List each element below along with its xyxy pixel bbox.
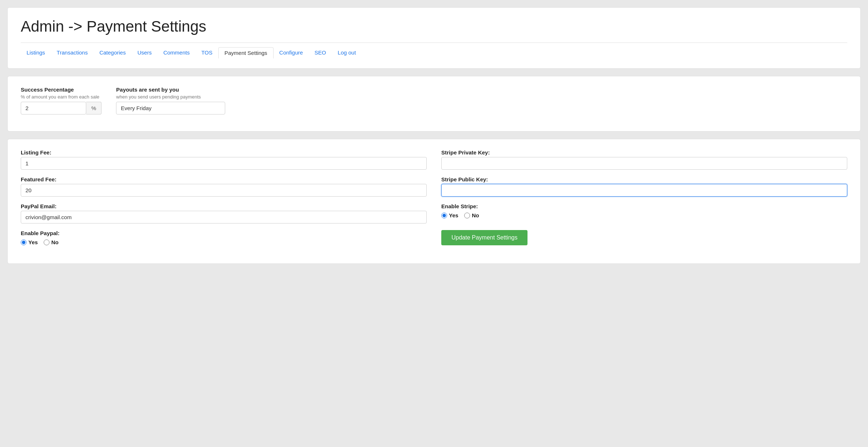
tab-payment-settings[interactable]: Payment Settings (218, 47, 274, 59)
percent-suffix: % (86, 102, 101, 114)
listing-fee-label: Listing Fee: (21, 149, 427, 156)
payouts-label: Payouts are sent by you (116, 86, 225, 93)
listing-fee-group: Listing Fee: (21, 149, 427, 170)
section-fees-keys: Listing Fee: Featured Fee: PayPal Email:… (7, 139, 861, 264)
enable-paypal-radio-group: Yes No (21, 239, 427, 247)
tab-seo[interactable]: SEO (309, 47, 332, 58)
paypal-email-label: PayPal Email: (21, 203, 427, 209)
enable-stripe-no-radio[interactable] (464, 213, 470, 218)
payouts-sublabel: when you send users pending payments (116, 94, 225, 100)
nav-tabs: Listings Transactions Categories Users C… (21, 43, 847, 58)
right-column: Stripe Private Key: Stripe Public Key: E… (441, 149, 847, 253)
featured-fee-label: Featured Fee: (21, 176, 427, 182)
listing-fee-input[interactable] (21, 157, 427, 170)
enable-stripe-yes-option[interactable]: Yes (441, 212, 458, 218)
enable-stripe-group: Enable Stripe: Yes No (441, 203, 847, 220)
enable-paypal-yes-radio[interactable] (21, 239, 27, 245)
page-title: Admin -> Payment Settings (21, 18, 847, 35)
tab-configure[interactable]: Configure (274, 47, 309, 58)
paypal-email-input[interactable] (21, 211, 427, 224)
success-percentage-input[interactable] (21, 102, 86, 114)
tab-transactions[interactable]: Transactions (51, 47, 93, 58)
enable-stripe-label: Enable Stripe: (441, 203, 847, 209)
tab-users[interactable]: Users (132, 47, 158, 58)
enable-stripe-no-option[interactable]: No (464, 212, 479, 218)
enable-stripe-yes-label: Yes (449, 212, 458, 218)
section-payouts: Success Percentage % of amount you earn … (7, 76, 861, 132)
tab-tos[interactable]: TOS (195, 47, 218, 58)
payouts-group: Payouts are sent by you when you send us… (116, 86, 225, 114)
tab-logout[interactable]: Log out (332, 47, 362, 58)
success-percentage-label: Success Percentage (21, 86, 101, 93)
stripe-private-key-input[interactable] (441, 157, 847, 170)
enable-paypal-no-option[interactable]: No (44, 239, 59, 245)
success-percentage-sublabel: % of amount you earn from each sale (21, 94, 101, 100)
enable-stripe-no-label: No (472, 212, 479, 218)
featured-fee-input[interactable] (21, 184, 427, 197)
success-percentage-input-wrapper: % (21, 102, 101, 114)
enable-stripe-radio-group: Yes No (441, 212, 847, 220)
tab-comments[interactable]: Comments (158, 47, 196, 58)
enable-paypal-group: Enable Paypal: Yes No (21, 230, 427, 247)
stripe-private-key-label: Stripe Private Key: (441, 149, 847, 156)
enable-paypal-label: Enable Paypal: (21, 230, 427, 236)
paypal-email-group: PayPal Email: (21, 203, 427, 224)
tab-listings[interactable]: Listings (21, 47, 51, 58)
enable-paypal-yes-option[interactable]: Yes (21, 239, 38, 245)
success-percentage-group: Success Percentage % of amount you earn … (21, 86, 101, 114)
enable-paypal-yes-label: Yes (28, 239, 38, 245)
update-payment-settings-button[interactable]: Update Payment Settings (441, 230, 527, 245)
left-column: Listing Fee: Featured Fee: PayPal Email:… (21, 149, 427, 253)
enable-paypal-no-radio[interactable] (44, 239, 49, 245)
header-card: Admin -> Payment Settings Listings Trans… (7, 7, 861, 69)
enable-stripe-yes-radio[interactable] (441, 213, 447, 218)
stripe-public-key-group: Stripe Public Key: (441, 176, 847, 197)
enable-paypal-no-label: No (51, 239, 59, 245)
tab-categories[interactable]: Categories (93, 47, 132, 58)
stripe-public-key-input[interactable] (441, 184, 847, 197)
stripe-private-key-group: Stripe Private Key: (441, 149, 847, 170)
payouts-input[interactable] (116, 102, 225, 114)
stripe-public-key-label: Stripe Public Key: (441, 176, 847, 182)
featured-fee-group: Featured Fee: (21, 176, 427, 197)
